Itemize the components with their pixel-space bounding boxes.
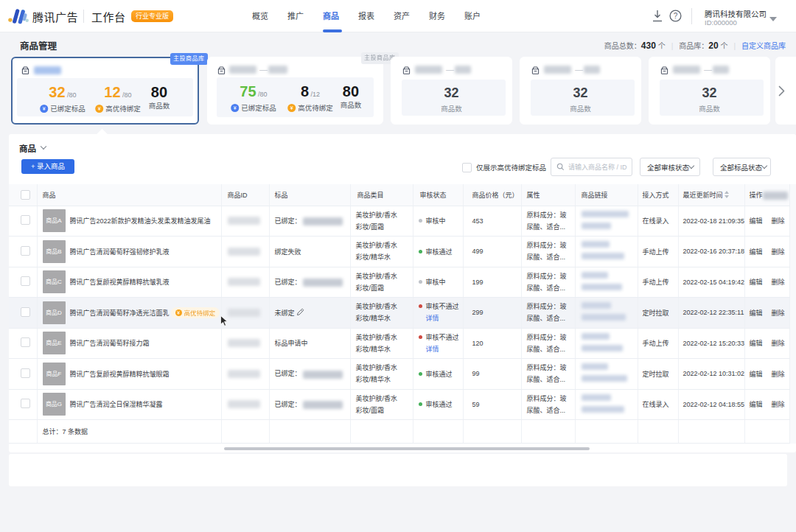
svg-text:?: ? — [674, 12, 678, 20]
